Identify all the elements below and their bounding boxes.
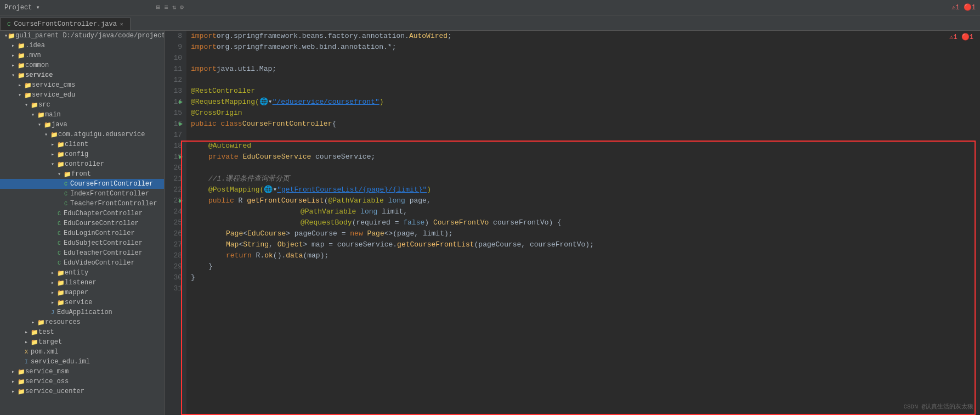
sidebar-item-target[interactable]: ▸ 📁 target xyxy=(0,337,164,347)
sidebar-item-course-front-controller[interactable]: C CourseFrontController xyxy=(0,179,164,189)
ctrl-icon-1: C xyxy=(61,181,70,187)
entity-label: entity xyxy=(65,269,88,277)
chevron-down-icon6: ▾ xyxy=(35,121,44,128)
sidebar-item-service-ucenter[interactable]: ▸ 📁 service_ucenter xyxy=(0,386,164,396)
tree-root[interactable]: ▾ 📁 guli_parent D:/study/java/code/proje… xyxy=(0,31,164,41)
code-line-17 xyxy=(191,130,976,141)
chevron-right-icon7: ▸ xyxy=(48,270,57,276)
service-edu-label: service_edu xyxy=(32,91,75,99)
sidebar-item-src[interactable]: ▾ 📁 src xyxy=(0,100,164,110)
chevron-right-icon12: ▸ xyxy=(22,329,31,335)
sidebar-item-test[interactable]: ▸ 📁 test xyxy=(0,327,164,337)
sidebar-item-mvn[interactable]: ▸ 📁 .mvn xyxy=(0,51,164,60)
entity-icon: 📁 xyxy=(57,270,65,277)
service-oss-icon: 📁 xyxy=(18,378,25,385)
sidebar-item-service-msm[interactable]: ▸ 📁 service_msm xyxy=(0,367,164,377)
sidebar-item-edu-chapter[interactable]: C EduChapterController xyxy=(0,209,164,218)
tab-close-button[interactable]: ✕ xyxy=(120,21,123,27)
test-icon: 📁 xyxy=(31,329,38,336)
sidebar-item-teacher-front-controller[interactable]: C TeacherFrontController xyxy=(0,199,164,209)
sidebar-item-iml[interactable]: I service_edu.iml xyxy=(0,357,164,367)
chevron-right-icon4: ▸ xyxy=(15,82,24,88)
chevron-down-icon9: ▾ xyxy=(55,171,64,177)
sidebar-item-edu-application[interactable]: J EduApplication xyxy=(0,307,164,317)
sidebar-item-idea[interactable]: ▸ 📁 .idea xyxy=(0,41,164,51)
sidebar-item-service[interactable]: ▾ 📁 service xyxy=(0,70,164,80)
sidebar-item-config[interactable]: ▸ 📁 config xyxy=(0,149,164,159)
test-label: test xyxy=(38,328,54,336)
xml-icon-pom: X xyxy=(22,349,31,355)
src-icon: 📁 xyxy=(31,102,38,109)
service-ucenter-label: service_ucenter xyxy=(25,388,84,395)
chevron-right-icon6: ▸ xyxy=(48,151,57,158)
code-line-13: @RestController xyxy=(191,86,976,97)
top-bar-right: ⚠1 🔴1 xyxy=(951,3,976,12)
code-line-28: return R.ok().data(map); xyxy=(191,250,976,261)
sidebar-item-listener[interactable]: ▸ 📁 listener xyxy=(0,278,164,288)
code-line-12 xyxy=(191,75,976,86)
sidebar-item-edu-video[interactable]: C EduVideoController xyxy=(0,258,164,268)
project-label[interactable]: Project ▾ xyxy=(4,3,40,12)
sidebar-item-controller[interactable]: ▾ 📁 controller xyxy=(0,159,164,169)
sidebar-item-service-edu[interactable]: ▾ 📁 service_edu xyxy=(0,90,164,100)
chevron-down-icon7: ▾ xyxy=(42,131,50,138)
edu-video-label: EduVideoController xyxy=(64,259,135,267)
code-line-21: //1.课程条件查询带分页 xyxy=(191,173,976,184)
code-line-8: import org.springframework.beans.factory… xyxy=(191,31,976,42)
ctrl-icon-2: C xyxy=(61,191,70,197)
sidebar-item-com-atguigu[interactable]: ▾ 📁 com.atguigu.eduservice xyxy=(0,130,164,139)
service-msm-icon: 📁 xyxy=(18,368,25,375)
code-line-27: Map<String, Object> map = courseService.… xyxy=(191,239,976,250)
mvn-folder-icon: 📁 xyxy=(18,52,25,59)
main-label: main xyxy=(45,111,61,119)
chevron-right-icon: ▸ xyxy=(9,42,18,49)
service-cms-icon: 📁 xyxy=(24,82,32,89)
controller-label: controller xyxy=(65,160,104,168)
sidebar-item-mapper[interactable]: ▸ 📁 mapper xyxy=(0,288,164,298)
common-folder-icon: 📁 xyxy=(18,62,25,69)
pom-label: pom.xml xyxy=(31,348,58,356)
code-line-14: @RequestMapping(🌐▾"/eduservice/coursefro… xyxy=(191,97,976,108)
ctrl-icon-7: C xyxy=(55,240,64,246)
sidebar-item-index-front-controller[interactable]: C IndexFrontController xyxy=(0,189,164,199)
sidebar-item-front[interactable]: ▾ 📁 front xyxy=(0,169,164,179)
service-edu-icon: 📁 xyxy=(24,92,32,99)
ctrl-icon-4: C xyxy=(55,211,64,217)
sidebar-item-client[interactable]: ▸ 📁 client xyxy=(0,139,164,149)
sidebar-item-service-oss[interactable]: ▸ 📁 service_oss xyxy=(0,377,164,386)
common-label: common xyxy=(25,61,49,69)
ctrl-icon-6: C xyxy=(55,231,64,237)
code-line-31 xyxy=(191,283,976,294)
sidebar-item-edu-teacher[interactable]: C EduTeacherController xyxy=(0,248,164,258)
sidebar-item-edu-login[interactable]: C EduLoginController xyxy=(0,228,164,238)
sidebar-item-entity[interactable]: ▸ 📁 entity xyxy=(0,268,164,278)
sidebar-item-resources[interactable]: ▸ 📁 resources xyxy=(0,317,164,327)
controller-icon: 📁 xyxy=(57,161,65,168)
sidebar-item-edu-course[interactable]: C EduCourseController xyxy=(0,218,164,228)
iml-icon: I xyxy=(22,359,31,365)
client-label: client xyxy=(65,141,88,148)
edu-application-label: EduApplication xyxy=(57,309,112,316)
service-label: service xyxy=(25,71,53,79)
sidebar-item-edu-subject[interactable]: C EduSubjectController xyxy=(0,238,164,248)
edu-chapter-label: EduChapterController xyxy=(64,210,143,217)
iml-label: service_edu.iml xyxy=(31,358,90,366)
service-cms-label: service_cms xyxy=(32,81,75,89)
chevron-right-icon13: ▸ xyxy=(22,339,31,345)
sidebar-item-service-cms[interactable]: ▸ 📁 service_cms xyxy=(0,80,164,90)
edu-teacher-label: EduTeacherController xyxy=(64,249,143,257)
sidebar-item-service-pkg[interactable]: ▸ 📁 service xyxy=(0,298,164,307)
warn-badge: ⚠1 🔴1 xyxy=(951,3,976,12)
code-editor[interactable]: ⚠1 🔴1 8 9 10 11 12 13 14 15 16 17 18 19 … xyxy=(165,31,980,415)
code-line-30: } xyxy=(191,272,976,283)
sidebar-item-java[interactable]: ▾ 📁 java xyxy=(0,120,164,130)
main-icon: 📁 xyxy=(37,111,45,119)
watermark: CSDN @认真生活的灰太狼 xyxy=(903,402,973,411)
layout-icons: ⊞ ≡ ⇅ ⚙ xyxy=(156,3,184,12)
code-line-25: @RequestBody(required = false) CourseFro… xyxy=(191,217,976,228)
sidebar-item-main[interactable]: ▾ 📁 main xyxy=(0,110,164,120)
sidebar-item-common[interactable]: ▸ 📁 common xyxy=(0,60,164,70)
active-tab[interactable]: C CourseFrontController.java ✕ xyxy=(0,18,131,30)
front-icon: 📁 xyxy=(64,171,71,178)
sidebar-item-pom[interactable]: X pom.xml xyxy=(0,347,164,357)
